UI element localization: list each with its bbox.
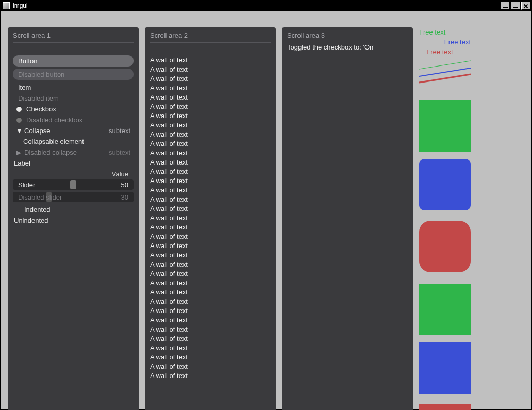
panel-2-title: Scroll area 2: [150, 31, 271, 39]
text-line: A wall of text: [150, 120, 271, 129]
free-text-blue: Free text: [419, 37, 471, 47]
chevron-down-icon: ▼: [16, 127, 22, 135]
panel-1-title: Scroll area 1: [13, 31, 134, 39]
button[interactable]: Button: [13, 55, 134, 67]
slider-value: 50: [121, 181, 128, 189]
disabled-checkbox-icon: [16, 117, 22, 123]
minimize-button[interactable]: [501, 2, 510, 10]
scroll-area-1[interactable]: Scroll area 1 Button Disabled button Ite…: [8, 27, 139, 410]
text-line: A wall of text: [150, 129, 271, 139]
slider-label: Slider: [18, 181, 121, 189]
text-line: A wall of text: [150, 213, 271, 222]
separator: [150, 42, 271, 43]
collapse-label: Collapse: [22, 127, 109, 135]
text-line: A wall of text: [150, 74, 271, 83]
unindented-item[interactable]: Unindented: [13, 215, 134, 226]
text-line: A wall of text: [150, 157, 271, 167]
separator: [13, 42, 134, 43]
text-line: A wall of text: [150, 259, 271, 269]
red-rounded-square: [419, 221, 471, 272]
text-line: A wall of text: [150, 352, 271, 362]
disabled-checkbox-label: Disabled checkbox: [26, 116, 82, 124]
scroll-area-3[interactable]: Scroll area 3 Toggled the checkbox to: '…: [282, 27, 413, 410]
text-line: A wall of text: [150, 176, 271, 185]
collapse-child[interactable]: Collapsable element: [13, 136, 134, 147]
text-line: A wall of text: [150, 324, 271, 334]
text-line: A wall of text: [150, 102, 271, 111]
checkbox-row[interactable]: Checkbox: [13, 104, 134, 114]
scroll-area-2[interactable]: Scroll area 2 A wall of textA wall of te…: [145, 27, 276, 410]
text-line: A wall of text: [150, 64, 271, 74]
disabled-collapse-header: ▶ Disabled collapse subtext: [13, 147, 134, 158]
titlebar[interactable]: imgui: [1, 1, 531, 11]
blue-rounded-square: [419, 159, 471, 210]
green-square-2: [419, 284, 471, 335]
text-line: A wall of text: [150, 278, 271, 287]
app-icon: [3, 2, 10, 9]
checkbox-label: Checkbox: [26, 105, 56, 113]
text-line: A wall of text: [150, 315, 271, 324]
green-square: [419, 100, 471, 152]
indented-item[interactable]: Indented: [13, 204, 134, 215]
text-line: A wall of text: [150, 83, 271, 92]
disabled-item: Disabled item: [13, 93, 134, 104]
collapse-subtext: subtext: [109, 127, 130, 135]
text-line: A wall of text: [150, 371, 271, 380]
text-line: A wall of text: [150, 167, 271, 176]
collapse-header[interactable]: ▼ Collapse subtext: [13, 125, 134, 136]
panel-3-title: Scroll area 3: [287, 31, 408, 39]
maximize-button[interactable]: [511, 2, 520, 10]
text-line: A wall of text: [150, 241, 271, 250]
item[interactable]: Item: [13, 82, 134, 93]
text-line: A wall of text: [150, 306, 271, 315]
text-line: A wall of text: [150, 204, 271, 213]
disabled-button: Disabled button: [13, 69, 134, 80]
label-row: Label: [13, 158, 134, 169]
chevron-right-icon: ▶: [16, 149, 22, 156]
checkbox-icon[interactable]: [16, 106, 22, 112]
disabled-slider-value: 30: [121, 193, 128, 201]
text-line: A wall of text: [150, 269, 271, 278]
text-line: A wall of text: [150, 297, 271, 306]
text-line: A wall of text: [150, 222, 271, 232]
text-line: A wall of text: [150, 362, 271, 371]
text-line: A wall of text: [150, 287, 271, 297]
text-line: A wall of text: [150, 92, 271, 102]
blue-square: [419, 342, 471, 394]
status-message: Toggled the checkbox to: 'On': [287, 42, 408, 52]
text-line: A wall of text: [150, 148, 271, 157]
diagonal-lines: [419, 59, 476, 85]
app-window: imgui Scroll area 1 Button Disabled butt…: [0, 0, 532, 410]
disabled-checkbox-row: Disabled checkbox: [13, 114, 134, 125]
disabled-slider: Disabled slider 30: [13, 192, 134, 202]
window-buttons: [500, 2, 530, 10]
text-line: A wall of text: [150, 185, 271, 194]
text-line: A wall of text: [150, 343, 271, 352]
text-line: A wall of text: [150, 139, 271, 148]
text-line: A wall of text: [150, 111, 271, 120]
text-line: A wall of text: [150, 232, 271, 241]
text-line: A wall of text: [150, 194, 271, 204]
slider[interactable]: Slider 50: [13, 179, 134, 190]
wall-of-text: A wall of textA wall of textA wall of te…: [150, 55, 271, 407]
disabled-collapse-subtext: subtext: [109, 149, 130, 156]
red-rectangle: [419, 404, 471, 410]
text-line: A wall of text: [150, 55, 271, 64]
close-button[interactable]: [521, 2, 530, 10]
free-text-green: Free text: [419, 27, 522, 37]
text-line: A wall of text: [150, 250, 271, 259]
svg-line-0: [419, 61, 471, 69]
value-header: Value: [13, 169, 134, 179]
disabled-collapse-label: Disabled collapse: [22, 149, 109, 156]
disabled-slider-label: Disabled slider: [18, 193, 121, 201]
content-area: Scroll area 1 Button Disabled button Ite…: [1, 11, 531, 409]
window-title: imgui: [13, 2, 500, 9]
text-line: A wall of text: [150, 334, 271, 343]
free-area: Free text Free text Free text: [419, 27, 522, 410]
free-text-red: Free text: [419, 47, 460, 57]
